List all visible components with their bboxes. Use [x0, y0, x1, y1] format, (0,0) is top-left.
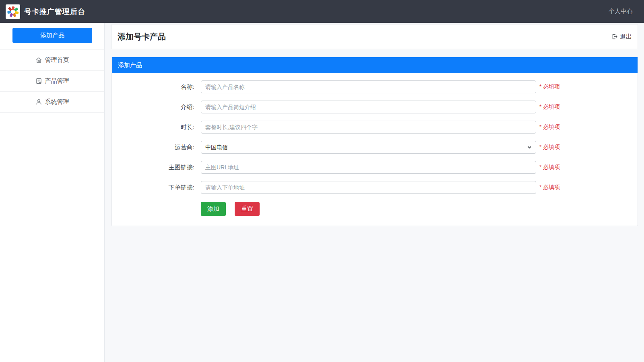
- card-header: 添加产品: [112, 57, 638, 73]
- image-url-label: 主图链接:: [112, 164, 194, 171]
- logout-button[interactable]: 退出: [611, 33, 632, 41]
- user-center-link[interactable]: 个人中心: [609, 8, 633, 15]
- logout-icon: [611, 33, 618, 40]
- add-product-card: 添加产品 名称: * 必填项 介绍: * 必填项 时长: * 必填项: [111, 57, 638, 226]
- image-url-input[interactable]: [201, 161, 536, 174]
- sidebar-item-label: 系统管理: [45, 98, 69, 106]
- sidebar-menu: 管理首页 产品管理 系: [0, 49, 104, 113]
- required-hint: * 必填项: [539, 83, 560, 90]
- page-header: 添加号卡产品 退出: [111, 24, 638, 49]
- form-row-intro: 介绍: * 必填项: [112, 101, 638, 113]
- order-url-label: 下单链接:: [112, 184, 194, 191]
- button-row: 添加 重置: [201, 202, 638, 216]
- sidebar-item-product-management[interactable]: 产品管理: [0, 71, 104, 92]
- sidebar-item-label: 产品管理: [45, 77, 69, 85]
- name-input[interactable]: [201, 80, 536, 93]
- logout-label: 退出: [620, 33, 632, 41]
- document-icon: [35, 78, 42, 84]
- app-title: 号卡推广管理后台: [24, 7, 85, 16]
- required-hint: * 必填项: [539, 184, 560, 191]
- operator-select[interactable]: 中国电信: [201, 141, 536, 154]
- add-product-button[interactable]: 添加产品: [12, 28, 92, 43]
- main-content: 添加号卡产品 退出 添加产品 名称: * 必填项: [105, 23, 644, 362]
- required-hint: * 必填项: [539, 123, 560, 131]
- form-row-name: 名称: * 必填项: [112, 80, 638, 93]
- order-url-input[interactable]: [201, 181, 536, 194]
- sidebar: 添加产品 管理首页 产品管理: [0, 23, 105, 362]
- required-hint: * 必填项: [539, 164, 560, 171]
- required-hint: * 必填项: [539, 103, 560, 111]
- form-row-order-url: 下单链接: * 必填项: [112, 181, 638, 194]
- operator-select-wrap: 中国电信: [201, 141, 536, 154]
- operator-label: 运营商:: [112, 144, 194, 151]
- intro-label: 介绍:: [112, 103, 194, 111]
- name-label: 名称:: [112, 83, 194, 91]
- duration-label: 时长:: [112, 123, 194, 131]
- form-row-image-url: 主图链接: * 必填项: [112, 161, 638, 174]
- sidebar-item-label: 管理首页: [45, 56, 69, 64]
- app-logo-icon: [6, 4, 20, 19]
- topbar: 号卡推广管理后台 个人中心: [0, 0, 644, 23]
- required-hint: * 必填项: [539, 144, 560, 151]
- reset-button[interactable]: 重置: [235, 202, 260, 216]
- card-body: 名称: * 必填项 介绍: * 必填项 时长: * 必填项 运营商:: [112, 73, 638, 226]
- duration-input[interactable]: [201, 121, 536, 134]
- sidebar-item-system-management[interactable]: 系统管理: [0, 92, 104, 113]
- user-icon: [35, 99, 42, 105]
- sidebar-item-admin-home[interactable]: 管理首页: [0, 50, 104, 71]
- intro-input[interactable]: [201, 101, 536, 113]
- form-row-operator: 运营商: 中国电信 * 必填项: [112, 141, 638, 154]
- home-icon: [35, 57, 42, 64]
- form-row-duration: 时长: * 必填项: [112, 121, 638, 134]
- submit-button[interactable]: 添加: [201, 202, 226, 216]
- page-title: 添加号卡产品: [118, 31, 166, 42]
